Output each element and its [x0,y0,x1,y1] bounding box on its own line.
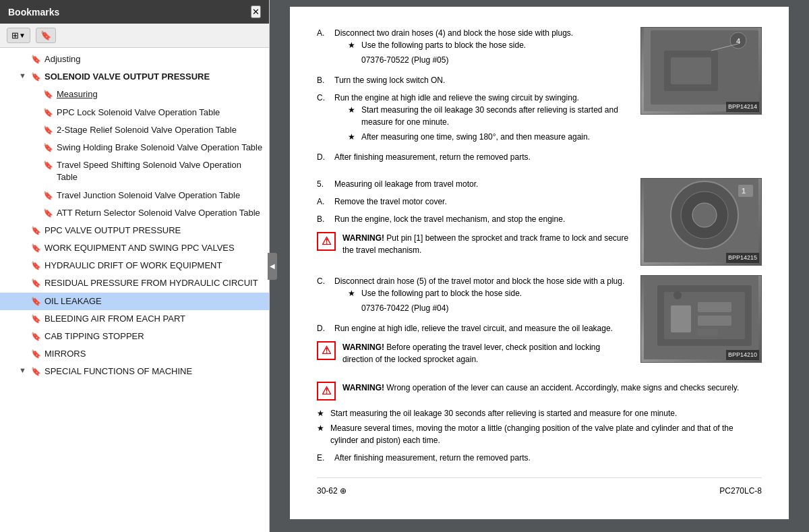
bookmark-item-residual-pressure[interactable]: 🔖 RESIDUAL PRESSURE FROM HYDRAULIC CIRCU… [0,274,269,292]
footer-left: 30-62 ⊕ [317,485,347,497]
bookmark-flag-icon: 🔖 [31,349,40,360]
bookmark-label: Travel Speed Shifting Solenoid Valve Ope… [57,159,264,183]
bookmark-item-travel-junction[interactable]: 🔖 Travel Junction Solenoid Valve Operati… [0,187,269,204]
svg-rect-19 [698,329,718,336]
grid-view-button[interactable]: ⊞ ▼ [7,28,30,43]
bookmark-item-work-equipment-swing[interactable]: 🔖 WORK EQUIPMENT AND SWING PPC VALVES [0,239,269,257]
star-final-text-1: Start measuring the oil leakage 30 secon… [330,407,677,419]
bookmark-item-measuring[interactable]: 🔖 Measuring [0,86,269,103]
item-text-5c: Disconnect drain hose (5) of the travel … [334,276,624,286]
bookmark-flag-icon: 🔖 [43,107,53,119]
bookmark-flag-icon: 🔖 [31,314,40,325]
item-label-5c: C. [317,275,329,317]
star-text-a1: Use the following parts to block the hos… [361,39,526,51]
item-content-5: Measuring oil leakage from travel motor. [334,178,632,190]
bookmark-label: WORK EQUIPMENT AND SWING PPC VALVES [44,242,235,254]
bookmark-item-ppc-lock[interactable]: 🔖 PPC Lock Solenoid Valve Operation Tabl… [0,104,269,121]
star-icon [348,302,357,314]
bookmark-item-2stage-relief[interactable]: 🔖 2-Stage Relief Solenoid Valve Operatio… [0,121,269,139]
doc-item-5d: D. Run engine at high idle, relieve the … [317,322,632,334]
bookmark-label: 2-Stage Relief Solenoid Valve Operation … [57,124,237,136]
item-content-5c: Disconnect drain hose (5) of the travel … [334,275,632,317]
bookmark-item-travel-speed-shifting[interactable]: 🔖 Travel Speed Shifting Solenoid Valve O… [0,156,269,186]
star-text-5c1: Use the following part to block the hose… [361,287,522,299]
sidebar-close-button[interactable]: ✕ [251,5,261,18]
bookmark-label: HYDRAULIC DRIFT OF WORK EQUIPMENT [44,260,222,272]
star-final-2: ★ Measure several times, moving the moto… [317,422,762,446]
bookmark-item-mirrors[interactable]: 🔖 MIRRORS [0,345,269,363]
bookmark-item-ppc-valve-output[interactable]: 🔖 PPC VALVE OUTPUT PRESSURE [0,222,269,239]
bookmark-label: SPECIAL FUNCTIONS OF MACHINE [44,365,192,378]
item-label-5b: B. [317,213,329,225]
section-a-block: A. Disconnect two drain hoses (4) and bl… [317,27,762,169]
warning-block-2: ⚠ WARNING! Before operating the travel l… [317,341,632,365]
collapse-arrow-icon[interactable]: ▼ [19,71,28,81]
bookmark-item-solenoid-valve-output[interactable]: ▼ 🔖 SOLENOID VALVE OUTPUT PRESSURE [0,68,269,86]
bookmark-label: MIRRORS [44,348,86,360]
footer-right: PC270LC-8 [719,485,762,497]
bookmark-item-oil-leakage[interactable]: 🔖 OIL LEAKAGE [0,293,269,310]
bookmark-icon-button[interactable]: 🔖 [36,28,56,43]
bookmarks-list: 🔖 Adjusting ▼ 🔖 SOLENOID VALVE OUTPUT PR… [0,48,269,532]
item-text-a: Disconnect two drain hoses (4) and block… [334,28,573,38]
doc-item-5c: C. Disconnect drain hose (5) of the trav… [317,275,632,317]
bookmark-flag-icon: 🔖 [43,208,53,219]
svg-rect-5 [671,57,711,84]
bookmark-icon: 🔖 [40,30,51,40]
bookmark-item-att-return-selector[interactable]: 🔖 ATT Return Selector Solenoid Valve Ope… [0,204,269,222]
warning-block-1: ⚠ WARNING! Put pin [1] between the sproc… [317,232,632,256]
image-placeholder-2: 1 BPP14215 [641,179,761,265]
item-text-d: After finishing measurement, return the … [334,152,531,162]
svg-rect-17 [698,302,731,312]
warning-text-1: WARNING! Put pin [1] between the sprocke… [342,232,632,256]
item-text-b: Turn the swing lock switch ON. [334,76,445,85]
bookmark-item-hydraulic-drift[interactable]: 🔖 HYDRAULIC DRIFT OF WORK EQUIPMENT [0,257,269,274]
star-item-c1: ★ Start measuring the oil leakage 30 sec… [348,104,632,128]
sidebar-header: Bookmarks ✕ [0,0,269,24]
bookmark-item-special-functions[interactable]: ▼ 🔖 SPECIAL FUNCTIONS OF MACHINE [0,363,269,380]
star-text-c2: After measuring one time, swing 180°, an… [361,131,590,143]
warning-label-3: WARNING! [342,383,384,392]
warning-icon-2: ⚠ [317,341,336,360]
section-image-3: BPP14210 [640,275,762,363]
doc-item-5b: B. Run the engine, lock the travel mecha… [317,213,632,225]
bookmark-item-cab-tipping-stopper[interactable]: 🔖 CAB TIPPING STOPPER [0,328,269,345]
warning-label-2: WARNING! [342,343,384,352]
item-content-c: Run the engine at high idle and relieve … [334,92,632,146]
bookmark-label: Travel Junction Solenoid Valve Operation… [57,189,240,202]
item-label-5a: A. [317,196,329,208]
bookmark-label: PPC VALVE OUTPUT PRESSURE [44,225,181,237]
sidebar-toolbar: ⊞ ▼ 🔖 [0,24,269,48]
sidebar-collapse-button[interactable]: ◀ [268,253,277,280]
star-icon [348,54,357,66]
bookmark-flag-icon: 🔖 [31,278,40,289]
star-item-a1: ★ Use the following parts to block the h… [348,39,632,51]
section-5-block: 5. Measuring oil leakage from travel mot… [317,178,762,266]
star-icon: ★ [348,287,357,299]
svg-rect-18 [698,316,731,326]
item-content-5d: Run engine at high idle, relieve the tra… [334,322,632,334]
bookmark-label: Measuring [57,88,98,100]
warning-icon-1: ⚠ [317,232,336,251]
star-final-text-2: Measure several times, moving the motor … [330,422,762,446]
bookmark-flag-icon: 🔖 [31,296,40,307]
bookmark-label: PPC Lock Solenoid Valve Operation Table [57,107,220,119]
bookmark-item-bleeding-air[interactable]: 🔖 BLEEDING AIR FROM EACH PART [0,310,269,328]
star-item-a2: 07376-70522 (Plug #05) [348,54,632,66]
star-icon: ★ [348,104,357,128]
dropdown-icon: ▼ [19,32,26,39]
section-5cd-block: C. Disconnect drain hose (5) of the trav… [317,275,762,372]
doc-item-b: B. Turn the swing lock switch ON. [317,74,632,86]
collapse-arrow-icon[interactable]: ▼ [19,365,28,376]
bookmark-item-swing-holding-brake[interactable]: 🔖 Swing Holding Brake Solenoid Valve Ope… [0,139,269,156]
item-text-5e: After finishing measurement, return the … [334,453,531,463]
doc-item-a: A. Disconnect two drain hoses (4) and bl… [317,27,632,69]
bookmark-flag-icon: 🔖 [31,366,40,378]
star-icon: ★ [317,422,326,446]
sidebar: Bookmarks ✕ ⊞ ▼ 🔖 🔖 Adjusting ▼ 🔖 SOLENO… [0,0,270,532]
image-tag-1: BPP14214 [726,102,759,113]
doc-item-5e: E. After finishing measurement, return t… [317,452,762,464]
svg-point-10 [692,203,717,227]
item-text-5d: Run engine at high idle, relieve the tra… [334,324,613,333]
bookmark-item-adjusting[interactable]: 🔖 Adjusting [0,51,269,68]
